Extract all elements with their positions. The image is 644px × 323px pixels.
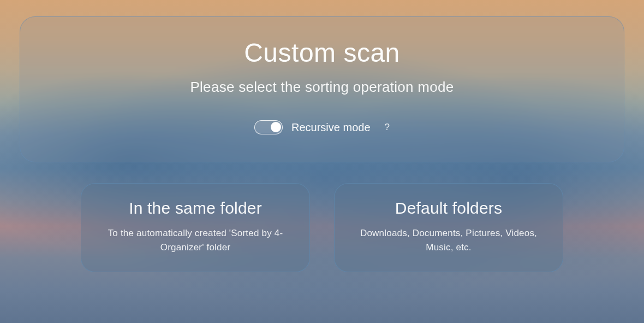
help-icon[interactable]: ? xyxy=(385,122,390,133)
option-description: To the automatically created 'Sorted by … xyxy=(98,226,293,255)
page-title: Custom scan xyxy=(244,38,400,68)
option-description: Downloads, Documents, Pictures, Videos, … xyxy=(351,226,546,255)
toggle-knob-icon xyxy=(271,122,281,132)
option-same-folder[interactable]: In the same folder To the automatically … xyxy=(81,183,310,272)
option-default-folders[interactable]: Default folders Downloads, Documents, Pi… xyxy=(334,183,563,272)
recursive-mode-label: Recursive mode xyxy=(291,121,371,134)
recursive-mode-toggle[interactable] xyxy=(254,120,283,134)
recursive-mode-row: Recursive mode ? xyxy=(254,120,390,134)
page-subtitle: Please select the sorting operation mode xyxy=(190,79,454,96)
option-title: In the same folder xyxy=(129,199,262,218)
options-row: In the same folder To the automatically … xyxy=(81,183,563,272)
custom-scan-panel: Custom scan Please select the sorting op… xyxy=(20,16,624,162)
option-title: Default folders xyxy=(395,199,502,218)
